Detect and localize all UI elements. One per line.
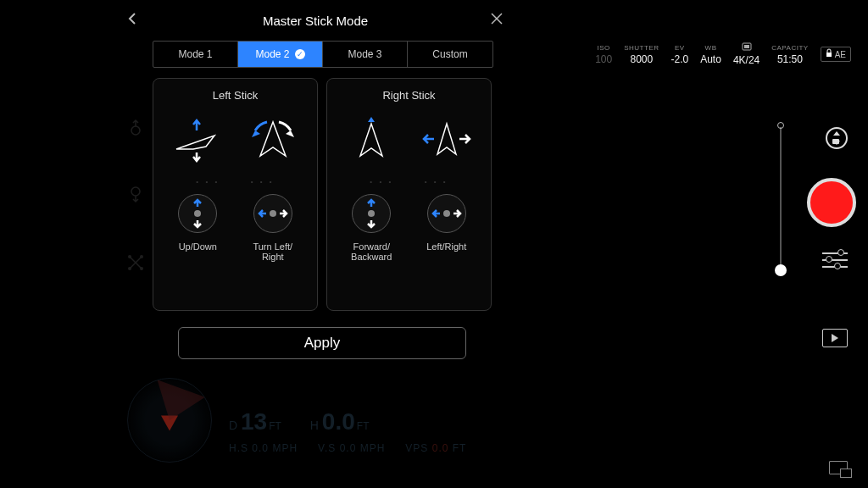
radar-widget[interactable] <box>127 378 212 463</box>
lock-icon <box>826 49 832 59</box>
pitch-diagram <box>337 114 405 165</box>
page-title: Master Stick Mode <box>263 14 368 28</box>
ae-lock-badge[interactable]: AE <box>821 47 851 62</box>
roll-control[interactable] <box>427 194 466 233</box>
left-stick-title: Left Stick <box>160 89 310 102</box>
svg-point-2 <box>131 126 140 135</box>
svg-point-3 <box>131 187 140 196</box>
yaw-control[interactable] <box>253 194 292 233</box>
takeoff-icon <box>127 119 144 136</box>
roll-diagram <box>413 114 481 165</box>
svg-marker-10 <box>252 130 260 137</box>
tab-mode2[interactable]: Mode 2 ✓ <box>238 42 323 67</box>
ev-readout: EV-2.0 <box>671 44 689 65</box>
camera-switch-icon[interactable] <box>826 127 848 149</box>
mode-tabs: Mode 1 Mode 2 ✓ Mode 3 Custom <box>153 41 493 68</box>
svg-marker-14 <box>368 117 375 122</box>
drone-icon <box>127 254 144 271</box>
right-stick-panel: Right Stick • • • • • • <box>326 78 492 311</box>
yaw-label: Turn Left/ Right <box>239 241 307 262</box>
throttle-label: Up/Down <box>164 241 231 262</box>
pitch-control[interactable] <box>352 194 391 233</box>
pip-icon[interactable] <box>829 461 848 474</box>
pitch-label: Forward/ Backward <box>337 241 405 262</box>
left-stick-panel: Left Stick • • • • • • <box>153 78 318 311</box>
camera-settings-icon[interactable] <box>822 251 848 269</box>
roll-label: Left/Right <box>413 241 481 262</box>
camera-status-bar: ISO100 SHUTTER8000 EV-2.0 WBAuto 4K/24 C… <box>595 42 851 66</box>
left-icon-column <box>127 119 144 271</box>
altitude-diagram <box>164 114 231 165</box>
exposure-slider[interactable] <box>780 127 782 271</box>
svg-point-8 <box>128 267 131 270</box>
svg-point-15 <box>368 210 375 217</box>
sd-icon <box>742 42 752 53</box>
capacity-readout: CAPACITY51:50 <box>771 44 808 65</box>
svg-point-7 <box>140 255 143 258</box>
back-icon[interactable] <box>127 12 137 30</box>
iso-readout: ISO100 <box>595 44 612 65</box>
wb-readout: WBAuto <box>700 44 721 65</box>
tab-mode3[interactable]: Mode 3 <box>323 42 408 67</box>
shutter-readout: SHUTTER8000 <box>624 44 659 65</box>
right-stick-title: Right Stick <box>334 89 484 102</box>
tab-mode1[interactable]: Mode 1 <box>153 42 238 67</box>
svg-rect-18 <box>744 45 749 48</box>
telemetry-readout: D 13FT H 0.0FT H.S 0.0 MPH V.S 0.0 MPH V… <box>229 408 466 454</box>
format-readout: 4K/24 <box>733 42 760 66</box>
svg-rect-19 <box>826 53 832 57</box>
svg-point-13 <box>270 210 276 217</box>
svg-point-6 <box>128 255 131 258</box>
svg-point-9 <box>140 267 143 270</box>
settings-header: Master Stick Mode <box>119 10 512 30</box>
tab-custom[interactable]: Custom <box>408 42 492 67</box>
close-icon[interactable] <box>490 10 504 30</box>
apply-button[interactable]: Apply <box>178 327 466 359</box>
svg-point-16 <box>443 210 450 217</box>
svg-point-12 <box>194 210 201 217</box>
record-button[interactable] <box>807 178 856 227</box>
throttle-control[interactable] <box>178 194 217 233</box>
svg-marker-11 <box>286 130 294 137</box>
rth-icon <box>127 186 144 203</box>
yaw-diagram <box>239 114 307 165</box>
playback-icon[interactable] <box>822 329 848 347</box>
check-icon: ✓ <box>295 49 305 59</box>
